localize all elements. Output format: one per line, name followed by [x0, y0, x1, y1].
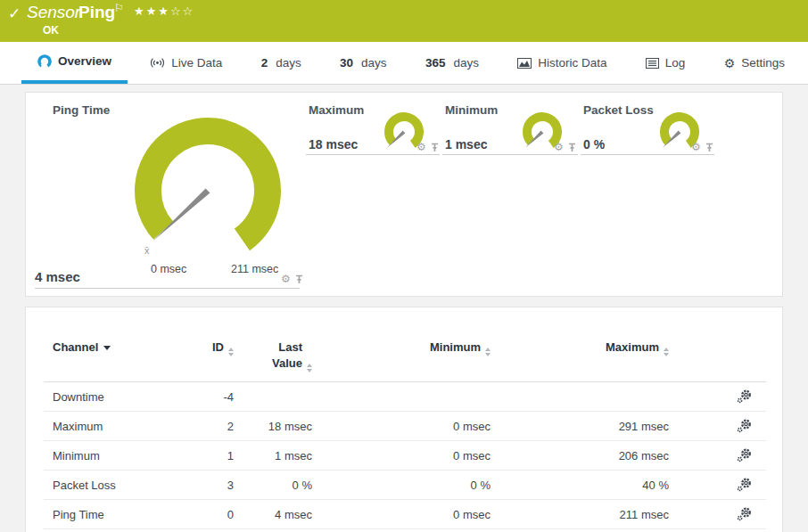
cell-min: 0 msec [316, 508, 494, 521]
sensor-kind-label: Sensor [27, 3, 80, 22]
packet-loss-gauge-controls: ⚙ [691, 142, 714, 152]
cell-channel[interactable]: Packet Loss [44, 479, 182, 492]
gauges-panel: Ping Time x̄ 0 msec 211 msec 4 msec ⚙ Ma… [25, 92, 783, 297]
column-header-id[interactable]: ID [182, 340, 237, 356]
sort-caret-icon[interactable] [103, 346, 111, 350]
tab-log[interactable]: Log [630, 42, 702, 84]
column-label: Minimum [430, 340, 481, 354]
sort-icon[interactable] [307, 364, 312, 372]
tab-number: 365 [425, 56, 446, 70]
packet-loss-gauge-title: Packet Loss [583, 103, 654, 117]
cell-max: 206 msec [494, 449, 672, 462]
minimum-gauge-title: Minimum [445, 103, 498, 117]
cell-min: 0 msec [316, 449, 494, 462]
priority-stars[interactable]: ★★★☆☆ [134, 4, 194, 18]
gauge-pin-icon[interactable] [705, 143, 714, 152]
tab-label: Settings [741, 56, 785, 70]
sort-icon[interactable] [228, 348, 234, 356]
cell-id: -4 [182, 390, 237, 404]
tab-overview[interactable]: Overview [21, 42, 128, 84]
ping-time-gauge [132, 115, 284, 266]
gauge-mean-marker: x̄ [144, 245, 150, 256]
tab-live-data[interactable]: Live Data [134, 42, 238, 84]
gauge-pin-icon[interactable] [430, 143, 440, 152]
sensor-page: ✓ Sensor Ping ⚐ ★★★☆☆ OK OverviewLive Da… [0, 0, 808, 532]
channel-settings-icon[interactable] [737, 419, 752, 433]
channel-row-minimum: Minimum11 msec0 msec206 msec [44, 441, 766, 471]
channel-edit-cell [672, 478, 766, 492]
cell-last: 4 msec [237, 508, 316, 521]
column-label: Channel [53, 340, 98, 354]
maximum-gauge-value: 18 msec [309, 137, 358, 151]
live-data-icon [150, 57, 165, 69]
status-check-icon: ✓ [8, 4, 21, 23]
channel-row-ping-time: Ping Time04 msec0 msec211 msec [44, 500, 766, 529]
cell-channel[interactable]: Minimum [44, 449, 182, 462]
flag-icon[interactable]: ⚐ [114, 2, 124, 14]
gauge-arc [148, 131, 268, 240]
column-header-max[interactable]: Maximum [494, 340, 672, 356]
tab-settings[interactable]: ⚙Settings [708, 42, 801, 84]
column-header-min[interactable]: Minimum [316, 340, 494, 356]
channel-row-downtime: Downtime-4 [44, 382, 766, 412]
sort-icon[interactable] [664, 348, 669, 356]
main-gauge-divider [35, 288, 300, 289]
log-icon [646, 58, 659, 69]
settings-icon: ⚙ [724, 56, 736, 70]
gauge-pin-icon[interactable] [294, 274, 304, 284]
tab-label: days [361, 56, 387, 70]
channel-settings-icon[interactable] [737, 448, 752, 462]
ping-time-value: 4 msec [35, 269, 80, 284]
channel-edit-cell [672, 419, 766, 433]
column-header-channel[interactable]: Channel [44, 340, 182, 356]
cell-channel[interactable]: Downtime [44, 390, 182, 404]
tab-days-365[interactable]: 365days [409, 42, 495, 84]
tab-number: 30 [340, 56, 353, 70]
tab-label: days [276, 56, 301, 70]
cell-id: 3 [182, 479, 237, 492]
column-label: Maximum [606, 340, 659, 354]
sensor-name: Ping [78, 3, 115, 22]
cell-last: 18 msec [237, 420, 316, 433]
gauge-settings-icon[interactable]: ⚙ [691, 142, 701, 152]
maximum-gauge-controls: ⚙ [416, 142, 440, 152]
main-gauge-controls: ⚙ [281, 274, 304, 284]
channel-edit-cell [672, 448, 766, 462]
tab-number: 2 [261, 56, 268, 70]
gauge-settings-icon[interactable]: ⚙ [554, 142, 564, 152]
cell-channel[interactable]: Ping Time [44, 508, 182, 521]
tab-label: Overview [58, 54, 111, 68]
cell-channel[interactable]: Maximum [44, 420, 182, 433]
gauge-pin-icon[interactable] [567, 143, 577, 152]
tab-days-30[interactable]: 30days [324, 42, 403, 84]
cell-max: 211 msec [494, 508, 672, 521]
tab-days-2[interactable]: 2days [245, 42, 317, 84]
tab-historic-data[interactable]: Historic Data [501, 42, 622, 84]
minimum-gauge-controls: ⚙ [554, 142, 577, 152]
sensor-header: ✓ Sensor Ping ⚐ ★★★☆☆ OK [0, 0, 808, 42]
tab-label: Log [665, 56, 686, 70]
tab-label: days [453, 56, 479, 70]
channel-settings-icon[interactable] [737, 389, 752, 404]
gauge-scale-min: 0 msec [151, 263, 186, 275]
cell-last: 1 msec [237, 449, 316, 462]
gauge-scale-max: 211 msec [231, 263, 278, 275]
cell-max: 40 % [494, 479, 672, 492]
column-header-last[interactable]: Last Value [237, 340, 316, 372]
channel-settings-icon[interactable] [737, 478, 752, 492]
channel-settings-icon[interactable] [737, 507, 752, 521]
tab-strip: OverviewLive Data2days30days365daysHisto… [0, 42, 808, 85]
channel-table-header: ChannelIDLast ValueMinimumMaximum [44, 340, 766, 382]
cell-id: 0 [182, 508, 237, 521]
tab-label: Live Data [171, 56, 222, 70]
gauge-settings-icon[interactable]: ⚙ [281, 274, 291, 284]
channel-row-packet-loss: Packet Loss30 %0 %40 % [44, 471, 766, 500]
sensor-status-badge: OK [43, 24, 59, 37]
column-label: Last Value [265, 340, 302, 371]
sort-icon[interactable] [485, 348, 491, 356]
historic-data-icon [517, 58, 532, 69]
gauge-settings-icon[interactable]: ⚙ [416, 142, 426, 152]
packet-loss-gauge-value: 0 % [583, 137, 605, 151]
cell-id: 1 [182, 449, 237, 462]
channel-edit-cell [672, 507, 766, 521]
